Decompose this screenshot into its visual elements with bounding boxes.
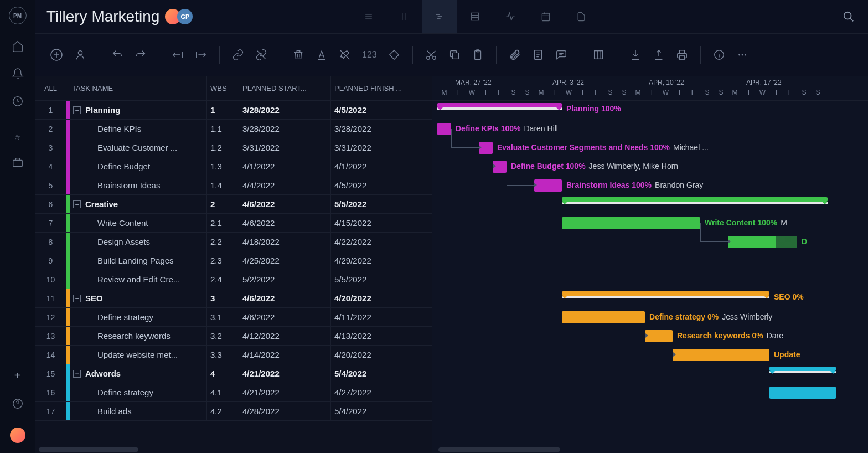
- table-row[interactable]: 17Build ads4.24/28/20225/4/2022: [35, 402, 432, 421]
- clock-icon[interactable]: [12, 95, 24, 107]
- board-view-tab[interactable]: [386, 0, 422, 33]
- table-row[interactable]: 2Define KPIs1.13/28/20223/28/2022: [35, 120, 432, 138]
- format-button[interactable]: [316, 49, 328, 61]
- columns-button[interactable]: [592, 49, 604, 61]
- task-name-cell[interactable]: Design Assets: [66, 233, 207, 251]
- table-row[interactable]: 6−Creative24/6/20225/5/2022: [35, 195, 432, 214]
- gantt-bar[interactable]: Define KPIs 100%Daren Hill: [437, 123, 451, 135]
- col-planned-start[interactable]: PLANNED START...: [239, 76, 331, 100]
- file-view-tab[interactable]: [564, 0, 599, 33]
- gantt-bar[interactable]: SEO 0%: [562, 291, 769, 296]
- gantt-bar[interactable]: Brainstorm Ideas 100%Brandon Gray: [534, 179, 562, 192]
- col-all[interactable]: ALL: [35, 76, 66, 100]
- copy-button[interactable]: [448, 49, 461, 61]
- table-row[interactable]: 11−SEO34/6/20224/20/2022: [35, 289, 432, 308]
- gantt-bar[interactable]: Update: [673, 349, 769, 361]
- table-row[interactable]: 10Review and Edit Cre...2.45/2/20225/5/2…: [35, 270, 432, 289]
- table-row[interactable]: 12Define strategy3.14/6/20224/11/2022: [35, 308, 432, 327]
- collapse-icon[interactable]: −: [73, 370, 81, 378]
- undo-button[interactable]: [111, 49, 123, 61]
- indent-button[interactable]: [195, 49, 207, 61]
- add-task-button[interactable]: [50, 48, 63, 61]
- link-button[interactable]: [232, 49, 244, 61]
- print-button[interactable]: [676, 49, 688, 61]
- cut-button[interactable]: [425, 49, 437, 61]
- sheet-view-tab[interactable]: [457, 0, 493, 33]
- info-button[interactable]: [713, 49, 725, 61]
- table-row[interactable]: 15−Adwords44/21/20225/4/2022: [35, 364, 432, 383]
- clear-format-button[interactable]: [339, 49, 351, 61]
- percent-button[interactable]: 123: [362, 50, 377, 60]
- gantt-bar[interactable]: [562, 197, 828, 202]
- col-task-name[interactable]: TASK NAME: [66, 76, 207, 100]
- collapse-icon[interactable]: −: [73, 106, 81, 114]
- gantt-bar[interactable]: Write Content 100%M: [562, 217, 700, 229]
- table-row[interactable]: 9Build Landing Pages2.34/25/20224/29/202…: [35, 251, 432, 270]
- team-icon[interactable]: [12, 128, 24, 141]
- home-icon[interactable]: [12, 40, 24, 52]
- gantt-bar[interactable]: Research keywords 0%Dare: [645, 330, 673, 342]
- task-name-cell[interactable]: Brainstorm Ideas: [66, 176, 207, 194]
- bell-icon[interactable]: [12, 68, 24, 80]
- delete-button[interactable]: [292, 49, 304, 61]
- help-icon[interactable]: [12, 398, 24, 410]
- table-row[interactable]: 14Update website met...3.34/14/20224/20/…: [35, 346, 432, 364]
- paste-button[interactable]: [472, 49, 484, 61]
- collapse-icon[interactable]: −: [73, 295, 81, 302]
- gantt-scrollbar[interactable]: [438, 447, 560, 452]
- member-avatars[interactable]: GP: [168, 9, 193, 24]
- task-name-cell[interactable]: Review and Edit Cre...: [66, 270, 207, 289]
- task-name-cell[interactable]: −Creative: [66, 195, 207, 213]
- collapse-icon[interactable]: −: [73, 200, 81, 208]
- more-button[interactable]: [736, 49, 748, 61]
- task-name-cell[interactable]: Evaluate Customer ...: [66, 138, 207, 157]
- milestone-button[interactable]: [388, 49, 400, 61]
- gantt-bar[interactable]: D: [728, 236, 797, 248]
- activity-view-tab[interactable]: [493, 0, 528, 33]
- table-row[interactable]: 3Evaluate Customer ...1.23/31/20223/31/2…: [35, 138, 432, 157]
- table-row[interactable]: 7Write Content2.14/6/20224/15/2022: [35, 214, 432, 233]
- task-name-cell[interactable]: Build Landing Pages: [66, 251, 207, 270]
- grid-scrollbar[interactable]: [39, 447, 138, 452]
- table-row[interactable]: 5Brainstorm Ideas1.44/4/20224/5/2022: [35, 176, 432, 195]
- table-row[interactable]: 16Define strategy4.14/21/20224/27/2022: [35, 383, 432, 402]
- task-name-cell[interactable]: −SEO: [66, 289, 207, 307]
- task-name-cell[interactable]: Write Content: [66, 214, 207, 232]
- briefcase-icon[interactable]: [12, 156, 24, 168]
- unlink-button[interactable]: [255, 49, 267, 61]
- user-avatar[interactable]: [10, 428, 25, 443]
- gantt-bar[interactable]: Planning 100%: [437, 103, 562, 107]
- task-name-cell[interactable]: −Adwords: [66, 364, 207, 383]
- attachment-button[interactable]: [509, 49, 521, 61]
- search-icon[interactable]: [843, 11, 855, 23]
- outdent-button[interactable]: [172, 49, 184, 61]
- app-logo[interactable]: PM: [9, 7, 27, 24]
- task-name-cell[interactable]: Build ads: [66, 402, 207, 420]
- task-name-cell[interactable]: Define Budget: [66, 157, 207, 176]
- table-row[interactable]: 4Define Budget1.34/1/20224/1/2022: [35, 157, 432, 176]
- col-wbs[interactable]: WBS: [207, 76, 239, 100]
- task-name-cell[interactable]: −Planning: [66, 101, 207, 119]
- redo-button[interactable]: [135, 49, 147, 61]
- notes-button[interactable]: [532, 49, 544, 61]
- task-name-cell[interactable]: Define strategy: [66, 383, 207, 401]
- gantt-bar[interactable]: [769, 367, 836, 371]
- table-row[interactable]: 13Research keywords3.24/12/20224/13/2022: [35, 327, 432, 346]
- export-button[interactable]: [653, 49, 665, 61]
- gantt-bar[interactable]: Define strategy 0%Jess Wimberly: [562, 311, 645, 323]
- task-name-cell[interactable]: Update website met...: [66, 346, 207, 364]
- table-row[interactable]: 1−Planning13/28/20224/5/2022: [35, 101, 432, 120]
- col-planned-finish[interactable]: PLANNED FINISH ...: [331, 76, 423, 100]
- assign-button[interactable]: [74, 49, 86, 61]
- avatar[interactable]: GP: [177, 9, 193, 24]
- task-name-cell[interactable]: Research keywords: [66, 327, 207, 345]
- comment-button[interactable]: [555, 49, 567, 61]
- list-view-tab[interactable]: [351, 0, 386, 33]
- import-button[interactable]: [629, 49, 642, 61]
- calendar-view-tab[interactable]: [528, 0, 564, 33]
- table-row[interactable]: 8Design Assets2.24/18/20224/22/2022: [35, 233, 432, 251]
- task-name-cell[interactable]: Define strategy: [66, 308, 207, 326]
- add-icon[interactable]: +: [14, 369, 21, 382]
- gantt-bar[interactable]: [769, 387, 836, 399]
- task-name-cell[interactable]: Define KPIs: [66, 120, 207, 138]
